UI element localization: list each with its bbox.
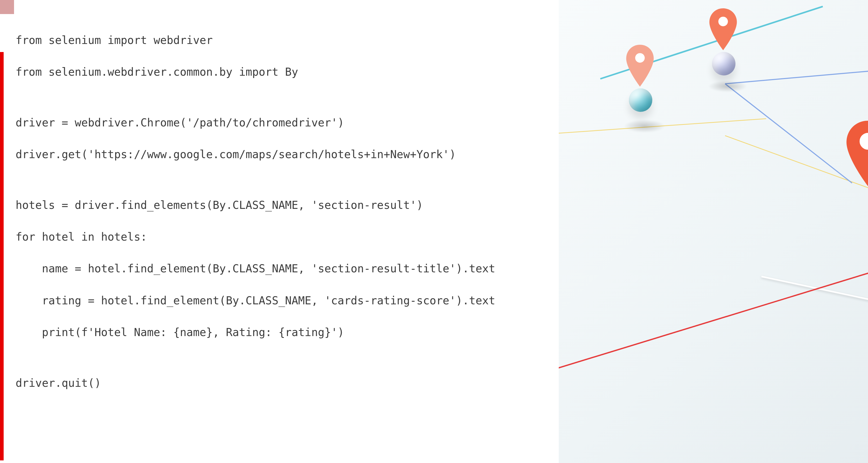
pin-shadow (624, 120, 665, 133)
map-marker-icon (625, 44, 655, 87)
map-marker-icon (708, 8, 738, 51)
code-blank-line (16, 358, 495, 377)
code-line: print(f'Hotel Name: {name}, Rating: {rat… (16, 326, 495, 339)
code-line: driver.quit() (16, 377, 495, 389)
pin-shadow (708, 81, 747, 92)
code-line: from selenium.webdriver.common.by import… (16, 65, 495, 79)
code-pane: from selenium import webdriverfrom selen… (0, 0, 559, 463)
svg-point-0 (635, 53, 645, 63)
illustration-pane (559, 0, 868, 463)
map-marker-icon (845, 120, 868, 187)
code-line: driver = webdriver.Chrome('/path/to/chro… (16, 116, 495, 129)
code-line: from selenium import webdriver (16, 34, 495, 47)
code-line: name = hotel.find_element(By.CLASS_NAME,… (16, 262, 495, 275)
pushpin-teal (629, 88, 652, 112)
code-line: hotels = driver.find_elements(By.CLASS_N… (16, 199, 495, 212)
code-blank-line (16, 97, 495, 116)
string-blue (725, 83, 852, 183)
code-line: driver.get('https://www.google.com/maps/… (16, 148, 495, 161)
string-red (559, 266, 868, 373)
code-line: rating = hotel.find_element(By.CLASS_NAM… (16, 294, 495, 307)
code-blank-line (16, 180, 495, 199)
code-line: for hotel in hotels: (16, 230, 495, 243)
code-block: from selenium import webdriverfrom selen… (16, 34, 495, 408)
pushpin-lilac (712, 52, 736, 76)
corner-swatch (0, 0, 14, 14)
string-blue (725, 69, 868, 84)
vertical-accent-bar (0, 52, 4, 460)
svg-point-1 (718, 17, 728, 26)
